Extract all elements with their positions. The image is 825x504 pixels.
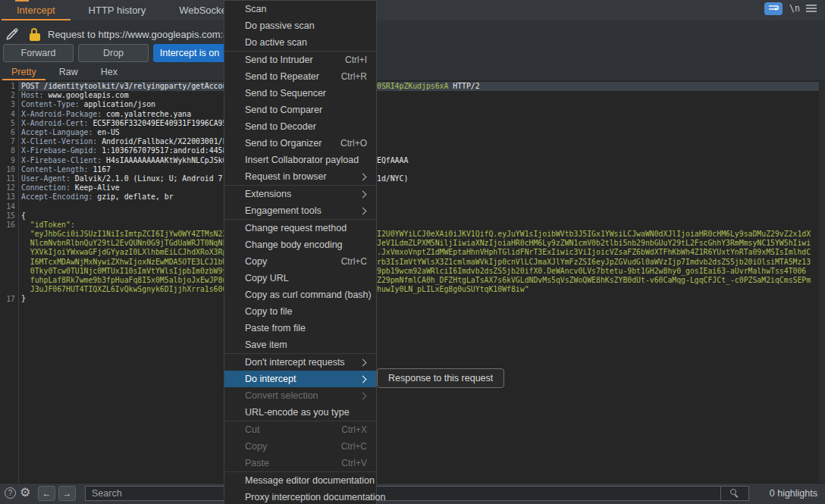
context-menu: ScanDo passive scanDo active scanSend to… xyxy=(224,0,377,504)
menu-item-send-to-decoder[interactable]: Send to Decoder xyxy=(224,118,376,135)
menu-item-insert-collaborator-payload[interactable]: Insert Collaborator payload xyxy=(224,152,376,168)
code-segment: Accept-Encoding: xyxy=(21,193,93,201)
code-segment: Content-Type: xyxy=(21,100,80,108)
line-number: 5 xyxy=(0,119,15,128)
code-line[interactable]: YXVkIjoiYWxwaGFjdGYyazI0LXlhbmEiLCJhdXRo… xyxy=(19,248,819,257)
menu-item-label: Don't intercept requests xyxy=(245,357,345,368)
code-line[interactable] xyxy=(19,202,819,211)
editor-scrollbar[interactable] xyxy=(819,80,825,484)
message-editor-toolbar: PrettyRawHex xyxy=(0,63,825,81)
menu-item-don-t-intercept-requests[interactable]: Don't intercept requests xyxy=(224,354,376,371)
menu-item-copy[interactable]: CopyCtrl+C xyxy=(224,253,376,270)
menu-item-paste-from-file[interactable]: Paste from file xyxy=(224,320,376,337)
menu-item-label: Change request method xyxy=(245,223,347,233)
menu-item-send-to-comparer[interactable]: Send to Comparer xyxy=(224,102,376,118)
code-line[interactable]: } xyxy=(19,294,819,303)
code-segment: Android/Fallback/X22003001/F xyxy=(97,137,227,146)
menu-item-engagement-tools[interactable]: Engagement tools xyxy=(224,202,376,219)
menu-item-do-active-scan[interactable]: Do active scan xyxy=(224,34,376,51)
code-line[interactable]: X-Client-Version: Android/Fallback/X2200… xyxy=(19,137,819,146)
menu-item-send-to-repeater[interactable]: Send to RepeaterCtrl+R xyxy=(224,68,376,85)
code-line[interactable]: Accept-Language: en-US xyxy=(19,128,819,137)
code-segment: Keep-Alive xyxy=(71,183,120,192)
help-icon[interactable]: ? xyxy=(5,487,16,499)
code-line[interactable]: Content-Length: 1167 xyxy=(19,165,819,174)
menu-item-change-body-encoding[interactable]: Change body encoding xyxy=(224,236,376,253)
code-line[interactable]: X-Android-Package: com.yalatreche.yana xyxy=(19,110,819,119)
editor-menu-icon[interactable] xyxy=(806,5,817,14)
search-next-button[interactable]: → xyxy=(58,486,76,501)
show-newlines-toggle[interactable]: \n xyxy=(789,3,800,14)
menu-item-label: Copy as curl command (bash) xyxy=(245,290,372,300)
code-segment: User-Agent: xyxy=(21,174,71,183)
code-line[interactable]: X-Android-Cert: EC5F306F332049EE40931F19… xyxy=(19,119,819,128)
menu-item-send-to-organizer[interactable]: Send to OrganizerCtrl+O xyxy=(224,135,376,152)
code-line[interactable]: Host: www.googleapis.com xyxy=(19,91,819,100)
menu-item-label: Extensions xyxy=(245,189,291,199)
menu-item-url-encode-as-you-type[interactable]: URL-encode as you type xyxy=(224,404,376,421)
menu-item-label: Scan xyxy=(245,4,267,14)
menu-item-send-to-sequencer[interactable]: Send to Sequencer xyxy=(224,85,376,102)
code-line[interactable]: { xyxy=(19,211,819,221)
menu-item-extensions[interactable]: Extensions xyxy=(224,186,376,202)
word-wrap-icon[interactable] xyxy=(764,2,783,15)
tab-http-history[interactable]: HTTP history xyxy=(72,0,163,20)
search-prev-button[interactable]: ← xyxy=(38,486,55,501)
menu-item-change-request-method[interactable]: Change request method xyxy=(224,220,376,236)
code-line-continuation: .JxVmxoVnptZ1dMWEptaHhnVHphTGlidFNrT3ExI… xyxy=(377,248,811,257)
menu-item-scan[interactable]: Scan xyxy=(224,1,376,17)
code-line[interactable]: X-Firebase-Gmpid: 1:1036767079517:androi… xyxy=(19,146,819,155)
drop-button[interactable]: Drop xyxy=(78,44,149,62)
editor-tab-raw[interactable]: Raw xyxy=(48,63,89,80)
menu-item-copy-url[interactable]: Copy URL xyxy=(224,270,376,286)
code-line[interactable]: User-Agent: Dalvik/2.1.0 (Linux; U; Andr… xyxy=(19,174,819,183)
forward-button[interactable]: Forward xyxy=(3,44,74,62)
code-line[interactable]: 0Tky0Tcw0TU1Njc0MTUxI10sImVtYWlsIjpbIm0z… xyxy=(19,267,819,276)
intercept-toggle-button[interactable]: Intercept is on xyxy=(153,44,226,62)
code-line[interactable]: fuhpLaf8Rk7wme9b3fpHuaFq8I5x0M5albjoJxEw… xyxy=(19,276,819,285)
chevron-right-icon xyxy=(359,375,367,383)
menu-item-do-passive-scan[interactable]: Do passive scan xyxy=(224,17,376,34)
editor-tab-pretty[interactable]: Pretty xyxy=(0,63,48,80)
code-segment: com.yalatreche.yana xyxy=(102,110,191,118)
code-line[interactable]: Connection: Keep-Alive xyxy=(19,183,819,193)
search-submit-button[interactable] xyxy=(720,487,748,500)
menu-item-request-in-browser[interactable]: Request in browser xyxy=(224,168,376,185)
search-input[interactable] xyxy=(86,487,720,500)
menu-item-message-editor-documentation[interactable]: Message editor documentation xyxy=(224,472,376,489)
settings-gear-icon[interactable]: ⚙ xyxy=(20,485,30,499)
menu-item-save-item[interactable]: Save item xyxy=(224,337,376,353)
menu-item-copy-as-curl-command-bash[interactable]: Copy as curl command (bash) xyxy=(224,286,376,303)
editor-tab-hex[interactable]: Hex xyxy=(89,63,129,80)
menu-item-send-to-intruder[interactable]: Send to IntruderCtrl+I xyxy=(224,52,376,68)
code-segment: HTTP/2 xyxy=(448,82,479,90)
code-segment: 9pb19wcm92aWRlciI6Imdvb2dsZS5jb20ifX0.De… xyxy=(377,267,806,275)
code-line[interactable]: POST /identitytoolkit/v3/relyingparty/ge… xyxy=(19,82,819,91)
code-line[interactable]: J3uJF067HUT4TIQXZL6IvQkwSgnyk6DIjjhXrra1… xyxy=(19,285,819,294)
parent-tab-indicator xyxy=(15,0,29,2)
code-line[interactable]: Accept-Encoding: gzip, deflate, br xyxy=(19,193,819,202)
line-number xyxy=(0,230,15,239)
request-text[interactable]: POST /identitytoolkit/v3/relyingparty/ge… xyxy=(19,82,819,304)
code-segment: Accept-Language: xyxy=(21,128,93,136)
tab-intercept[interactable]: Intercept xyxy=(0,0,72,20)
request-editor[interactable]: 12345678910111213141516 17 POST /identit… xyxy=(0,80,825,484)
menu-item-copy-to-file[interactable]: Copy to file xyxy=(224,303,376,320)
line-number: 9 xyxy=(0,156,15,165)
chevron-right-icon xyxy=(359,190,367,198)
code-segment: X-Firebase-Gmpid: xyxy=(21,146,97,155)
submenu-item-response-to-this-request[interactable]: Response to this request xyxy=(388,373,493,383)
code-line[interactable]: "eyJhbGci0iJSUzI1NiIsImtpZCI6IjYw0WY4ZTM… xyxy=(19,230,819,239)
code-segment: H4sIAAAAAAAAAKtWykhNLCpJSk0 xyxy=(102,156,227,164)
code-line[interactable]: NlcmNvbnRlbnQuY29tL2EvQUNn0G9jTGdUaWRJT0… xyxy=(19,239,819,248)
line-number: 8 xyxy=(0,146,15,155)
menu-item-proxy-interception-documentation[interactable]: Proxy interception documentation xyxy=(224,489,376,504)
line-number xyxy=(0,276,15,285)
code-line[interactable]: "idToken": xyxy=(19,221,819,230)
code-segment: JeV1LdmZLPXM5NiljIiwiaXNzIjoiaHR0cHM6Ly9… xyxy=(377,239,811,247)
editor-status-bar: ? ⚙ ← → 0 highlights xyxy=(0,483,825,504)
code-line[interactable]: I6MTcxMDAwNjMxNywiZXhwIjoxNzEwMDA5OTE3LC… xyxy=(19,258,819,267)
menu-item-do-intercept[interactable]: Do intercept xyxy=(224,371,376,387)
code-line[interactable]: Content-Type: application/json xyxy=(19,100,819,109)
code-line[interactable]: X-Firebase-Client: H4sIAAAAAAAAAKtWykhNL… xyxy=(19,156,819,165)
